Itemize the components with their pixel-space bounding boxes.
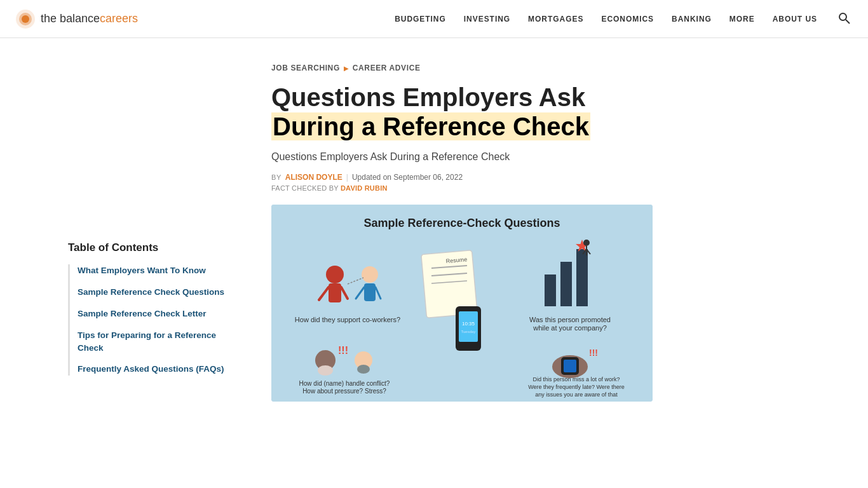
- main-content: JOB SEARCHING ▶ CAREER ADVICE Questions …: [246, 64, 800, 402]
- toc-title: Table of Contents: [68, 241, 231, 254]
- svg-text:10:35: 10:35: [462, 321, 475, 327]
- svg-text:while at your company?: while at your company?: [532, 324, 607, 332]
- toc-link-4[interactable]: Tips for Preparing for a Reference Check: [78, 330, 216, 353]
- svg-text:Did this person miss a lot of : Did this person miss a lot of work?: [532, 376, 620, 383]
- svg-point-10: [362, 266, 378, 283]
- logo[interactable]: the balancecareers: [15, 9, 138, 29]
- breadcrumb-separator: ▶: [344, 65, 349, 72]
- main-nav: BUDGETING INVESTING MORTGAGES ECONOMICS …: [395, 9, 853, 29]
- search-button[interactable]: [835, 9, 853, 29]
- author-link[interactable]: ALISON DOYLE: [285, 173, 342, 182]
- svg-line-4: [846, 20, 850, 24]
- svg-point-36: [318, 365, 333, 376]
- svg-rect-25: [545, 274, 556, 306]
- toc-link-1[interactable]: What Employers Want To Know: [78, 266, 206, 275]
- nav-about[interactable]: ABOUT US: [773, 15, 817, 24]
- article-illustration: Sample Reference-Check Questions How did…: [271, 205, 653, 402]
- breadcrumb-link-1[interactable]: JOB SEARCHING: [271, 64, 340, 72]
- site-header: the balancecareers BUDGETING INVESTING M…: [0, 0, 868, 38]
- article-title: Questions Employers Ask During a Referen…: [271, 83, 653, 141]
- svg-text:How about pressure? Stress?: How about pressure? Stress?: [302, 388, 386, 395]
- svg-text:Were they frequently late? Wer: Were they frequently late? Were there: [528, 384, 625, 390]
- svg-point-6: [326, 266, 344, 283]
- sidebar: Table of Contents What Employers Want To…: [68, 64, 246, 402]
- svg-line-9: [341, 287, 348, 299]
- svg-point-39: [357, 365, 370, 374]
- list-item: Tips for Preparing for a Reference Check: [78, 329, 231, 355]
- fact-checker-link[interactable]: DAVID RUBIN: [341, 184, 388, 192]
- page-wrapper: Table of Contents What Employers Want To…: [53, 38, 815, 402]
- svg-rect-44: [564, 360, 576, 372]
- nav-budgeting[interactable]: BUDGETING: [395, 15, 446, 24]
- nav-economics[interactable]: ECONOMICS: [601, 15, 654, 24]
- svg-rect-27: [576, 249, 588, 306]
- svg-line-14: [348, 278, 363, 284]
- logo-text: the balancecareers: [41, 12, 138, 25]
- toc-link-3[interactable]: Sample Reference Check Letter: [78, 309, 207, 318]
- svg-line-12: [356, 287, 364, 299]
- svg-line-13: [376, 287, 381, 299]
- svg-rect-26: [560, 262, 572, 306]
- breadcrumb: JOB SEARCHING ▶ CAREER ADVICE: [271, 64, 800, 72]
- list-item: Sample Reference Check Letter: [78, 308, 231, 320]
- svg-rect-22: [459, 311, 478, 342]
- article-image: Sample Reference-Check Questions How did…: [271, 205, 653, 402]
- svg-text:any issues you are aware of th: any issues you are aware of that: [535, 391, 618, 398]
- article-meta: BY ALISON DOYLE | Updated on September 0…: [271, 173, 800, 182]
- svg-text:Was this person promoted: Was this person promoted: [529, 316, 611, 323]
- toc-list: What Employers Want To Know Sample Refer…: [68, 264, 231, 376]
- logo-icon: [15, 9, 36, 29]
- search-icon: [837, 11, 850, 24]
- toc-link-5[interactable]: Frequently Asked Questions (FAQs): [78, 364, 224, 374]
- nav-more[interactable]: MORE: [729, 15, 755, 24]
- svg-rect-7: [329, 283, 341, 302]
- svg-point-2: [22, 15, 29, 23]
- fact-check-line: FACT CHECKED BY DAVID RUBIN: [271, 184, 800, 192]
- breadcrumb-link-2[interactable]: CAREER ADVICE: [353, 64, 421, 72]
- nav-mortgages[interactable]: MORTGAGES: [528, 15, 583, 24]
- svg-text:!!!: !!!: [338, 345, 348, 356]
- list-item: What Employers Want To Know: [78, 264, 231, 277]
- nav-banking[interactable]: BANKING: [672, 15, 712, 24]
- svg-point-3: [839, 13, 846, 20]
- svg-text:Tuesday: Tuesday: [461, 330, 476, 334]
- svg-line-8: [319, 287, 329, 300]
- nav-investing[interactable]: INVESTING: [464, 15, 510, 24]
- svg-text:Sample Reference-Check Questio: Sample Reference-Check Questions: [363, 217, 560, 229]
- svg-point-29: [583, 240, 590, 246]
- svg-rect-11: [364, 283, 376, 301]
- article-subtitle: Questions Employers Ask During a Referen…: [271, 151, 653, 163]
- svg-text:How did they support co-worker: How did they support co-workers?: [295, 316, 400, 323]
- list-item: Sample Reference Check Questions: [78, 286, 231, 299]
- svg-text:!!!: !!!: [589, 348, 598, 358]
- svg-text:How did (name) handle conflict: How did (name) handle conflict?: [299, 380, 390, 387]
- list-item: Frequently Asked Questions (FAQs): [78, 363, 231, 376]
- toc-link-2[interactable]: Sample Reference Check Questions: [78, 287, 224, 297]
